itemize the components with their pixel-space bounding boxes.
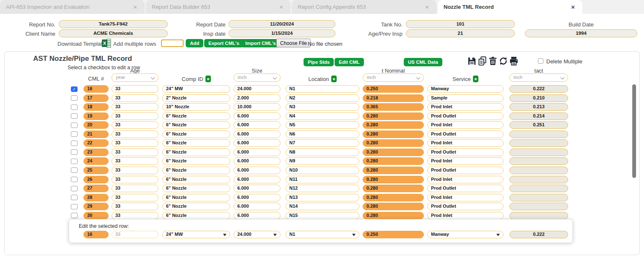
age-cell[interactable]: 33: [112, 139, 158, 147]
comp-cell[interactable]: 6" Nozzle: [162, 149, 230, 156]
edit-size-select[interactable]: 24.000: [234, 231, 280, 238]
size-cell[interactable]: 10.000: [234, 103, 280, 111]
loc-cell[interactable]: N5: [286, 121, 359, 129]
edit-service-select[interactable]: Manway: [427, 231, 504, 238]
build-date-field[interactable]: 1994: [525, 29, 637, 37]
report-no-field[interactable]: Tank75-F942: [59, 20, 168, 28]
row-checkbox[interactable]: [71, 95, 78, 101]
comp-cell[interactable]: 10" Nozzle: [162, 103, 230, 111]
comp-cell[interactable]: 6" Nozzle: [162, 212, 230, 219]
cml-cell[interactable]: 24: [83, 157, 109, 165]
service-cell[interactable]: Sample: [427, 94, 504, 102]
tnom-cell[interactable]: 0.280: [363, 176, 424, 183]
loc-cell[interactable]: N8: [286, 149, 359, 156]
cml-cell[interactable]: 25: [83, 167, 109, 174]
size-cell[interactable]: 6.000: [234, 112, 280, 120]
service-cell[interactable]: Manway: [427, 85, 504, 93]
insp-date-field[interactable]: 1/15/2024: [229, 29, 335, 37]
tact-unit-select[interactable]: inch: [509, 73, 568, 82]
cml-cell[interactable]: 18: [83, 103, 109, 111]
loc-cell[interactable]: N4: [286, 112, 359, 120]
comp-cell[interactable]: 6" Nozzle: [162, 203, 230, 210]
size-cell[interactable]: 6.000: [234, 203, 280, 210]
age-cell[interactable]: 33: [112, 112, 158, 120]
cml-cell[interactable]: 23: [83, 149, 109, 156]
service-cell[interactable]: Prod Inlet: [427, 103, 504, 111]
service-cell[interactable]: Prod Inlet: [427, 139, 504, 147]
age-cell[interactable]: 33: [112, 157, 158, 165]
report-date-field[interactable]: 11/20/2024: [229, 20, 335, 28]
service-cell[interactable]: Prod Inlet: [427, 176, 504, 183]
cml-cell[interactable]: 22: [83, 139, 109, 147]
cml-cell[interactable]: 21: [83, 130, 109, 138]
comp-cell[interactable]: 6" Nozzle: [162, 185, 230, 192]
tank-no-field[interactable]: 101: [406, 20, 515, 28]
size-cell[interactable]: 6.000: [234, 157, 280, 165]
size-cell[interactable]: 6.000: [234, 194, 280, 201]
age-cell[interactable]: 33: [112, 176, 158, 183]
loc-cell[interactable]: N14: [286, 203, 359, 210]
tnom-cell[interactable]: 0.280: [363, 130, 424, 138]
us-cml-data-button[interactable]: US CML Data: [404, 58, 442, 66]
loc-cell[interactable]: N1: [286, 85, 359, 93]
row-checkbox[interactable]: [71, 195, 78, 200]
row-checkbox[interactable]: [71, 113, 78, 119]
tnom-cell[interactable]: 0.280: [363, 157, 424, 165]
age-cell[interactable]: 33: [112, 130, 158, 138]
close-icon[interactable]: ×: [133, 3, 137, 10]
age-prev-insp-field[interactable]: 21: [406, 29, 515, 37]
tab-api-653-inspection[interactable]: API-653 Inspection and Evaluation ×: [0, 0, 145, 14]
close-icon[interactable]: ×: [279, 3, 283, 10]
tnom-cell[interactable]: 0.280: [363, 149, 424, 156]
tab-report-config-appendix[interactable]: Report Config Appendix 653 ×: [292, 0, 436, 14]
row-checkbox[interactable]: [71, 213, 78, 218]
tab-report-data-builder[interactable]: Report Data Builder 653 ×: [146, 0, 291, 14]
cml-cell[interactable]: 16: [83, 85, 109, 93]
tnom-cell[interactable]: 0.218: [363, 94, 424, 102]
comp-cell[interactable]: 6" Nozzle: [162, 112, 230, 120]
row-checkbox[interactable]: ✓: [71, 86, 78, 92]
cml-cell[interactable]: 29: [83, 203, 109, 210]
age-unit-select[interactable]: year: [112, 73, 158, 82]
tnom-cell[interactable]: 0.280: [363, 185, 424, 192]
comp-cell[interactable]: 6" Nozzle: [162, 139, 230, 147]
row-checkbox[interactable]: [71, 177, 78, 182]
print-icon[interactable]: [509, 56, 519, 66]
size-cell[interactable]: 2.000: [234, 94, 280, 102]
vertical-scrollbar[interactable]: [632, 84, 636, 178]
tnom-cell[interactable]: 0.280: [363, 139, 424, 147]
comp-cell[interactable]: 6" Nozzle: [162, 121, 230, 129]
import-cmls-button[interactable]: Import CML's: [241, 39, 280, 47]
add-location-button[interactable]: [331, 76, 337, 82]
trash-icon[interactable]: [488, 56, 498, 66]
client-name-field[interactable]: ACME Chemicals: [59, 29, 168, 37]
loc-cell[interactable]: N10: [286, 167, 359, 174]
tnom-cell[interactable]: 0.280: [363, 112, 424, 120]
age-cell[interactable]: 33: [112, 85, 158, 93]
age-cell[interactable]: 33: [112, 212, 158, 219]
cml-cell[interactable]: 27: [83, 185, 109, 192]
add-comp-id-button[interactable]: [205, 76, 211, 82]
edit-cml-field[interactable]: 16: [83, 231, 109, 238]
loc-cell[interactable]: N3: [286, 103, 359, 111]
add-button[interactable]: Add: [186, 39, 203, 47]
service-cell[interactable]: Prod Outlet: [427, 203, 504, 210]
age-cell[interactable]: 33: [112, 185, 158, 192]
edit-cml-button[interactable]: Edit CML: [335, 58, 364, 66]
loc-cell[interactable]: N9: [286, 157, 359, 165]
loc-cell[interactable]: N2: [286, 94, 359, 102]
close-icon[interactable]: ×: [425, 3, 429, 10]
cml-cell[interactable]: 20: [83, 121, 109, 129]
cml-cell[interactable]: 28: [83, 194, 109, 201]
export-cmls-button[interactable]: Export CML's: [204, 39, 244, 47]
service-cell[interactable]: Prod Outlet: [427, 130, 504, 138]
age-cell[interactable]: 33: [112, 103, 158, 111]
row-checkbox[interactable]: [71, 186, 78, 191]
choose-file-button[interactable]: Choose File: [276, 39, 311, 47]
comp-cell[interactable]: 6" Nozzle: [162, 130, 230, 138]
save-icon[interactable]: [467, 56, 477, 66]
service-cell[interactable]: Prod Inlet: [427, 121, 504, 129]
service-cell[interactable]: Prod Outlet: [427, 167, 504, 174]
age-cell[interactable]: 33: [112, 167, 158, 174]
service-cell[interactable]: Prod Inlet: [427, 212, 504, 219]
